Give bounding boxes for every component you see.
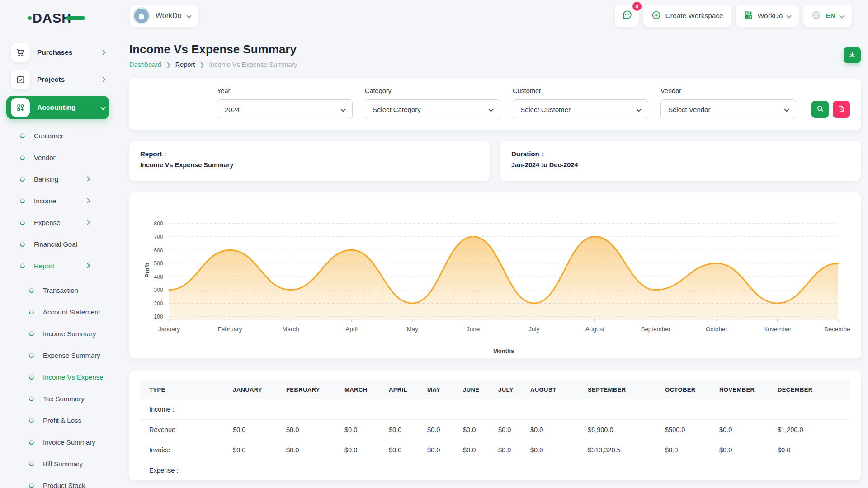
col-type: TYPE xyxy=(140,380,231,399)
chevron-right-icon xyxy=(85,263,90,268)
sidebar-item-bill-summary[interactable]: Bill Summary xyxy=(0,453,116,474)
category-filter: Category Select Category xyxy=(365,87,500,119)
svg-text:Profit: Profit xyxy=(144,262,151,278)
sidebar-item-tax-summary[interactable]: Tax Summary xyxy=(0,388,116,409)
svg-text:200: 200 xyxy=(154,300,163,307)
profit-chart-card: 100200300400500600700800JanuaryFebruaryM… xyxy=(129,192,861,358)
cart-icon xyxy=(11,43,30,62)
customer-select[interactable]: Select Customer xyxy=(513,99,648,119)
profit-area-chart[interactable]: 100200300400500600700800JanuaryFebruaryM… xyxy=(140,197,850,356)
sidebar-item-income-vs-expense[interactable]: Income Vs Expense xyxy=(0,366,116,388)
sidebar-item-profit-loss[interactable]: Profit & Loss xyxy=(0,409,116,431)
svg-text:August: August xyxy=(585,326,604,333)
sidebar-item-financial-goal[interactable]: Financial Goal xyxy=(0,233,116,255)
svg-text:December: December xyxy=(824,326,850,333)
reset-filter-button[interactable] xyxy=(833,101,850,118)
messages-button[interactable]: 0 xyxy=(615,5,639,27)
section-row-income: Income : xyxy=(140,399,850,420)
svg-text:500: 500 xyxy=(154,260,163,267)
sidebar-item-report[interactable]: Report xyxy=(0,255,116,277)
sidebar-item-transaction[interactable]: Transaction xyxy=(0,279,116,301)
download-report-button[interactable] xyxy=(844,47,861,63)
sidebar-item-banking[interactable]: Banking xyxy=(0,168,116,190)
sidebar-item-account-statement[interactable]: Account Statement xyxy=(0,301,116,323)
globe-icon xyxy=(811,10,821,22)
vendor-label: Vendor xyxy=(660,87,796,94)
svg-text:100: 100 xyxy=(154,314,163,320)
bullet-icon xyxy=(19,197,26,204)
sidebar-item-label: Accounting xyxy=(37,103,101,112)
category-select[interactable]: Select Category xyxy=(365,99,500,119)
report-card: Report : Income Vs Expense Summary xyxy=(129,141,490,181)
grid-plus-icon xyxy=(744,10,753,21)
filter-bar: Year 2024 Category Select Category Custo… xyxy=(129,78,861,130)
category-label: Category xyxy=(365,87,500,94)
bullet-icon xyxy=(28,395,35,402)
language-code: EN xyxy=(826,12,835,20)
bullet-icon xyxy=(28,373,35,380)
sidebar-item-vendor[interactable]: Vendor xyxy=(0,146,116,168)
breadcrumb: Dashboard ❯ Report ❯ Income Vs Expense S… xyxy=(129,61,297,68)
bullet-icon xyxy=(19,175,26,183)
sidebar-item-invoice-summary[interactable]: Invoice Summary xyxy=(0,431,116,453)
svg-text:600: 600 xyxy=(154,247,163,253)
vendor-select[interactable]: Select Vendor xyxy=(660,99,796,119)
bullet-icon xyxy=(28,417,35,424)
notification-badge: 0 xyxy=(632,2,642,11)
main-content: Income Vs Expense Summary Dashboard ❯ Re… xyxy=(116,32,868,488)
sidebar-item-expense[interactable]: Expense xyxy=(0,211,116,233)
svg-text:400: 400 xyxy=(154,274,163,280)
col-june: JUNE xyxy=(461,380,496,399)
chevron-right-icon xyxy=(100,50,105,55)
sidebar-item-expense-summary[interactable]: Expense Summary xyxy=(0,344,116,366)
table-row-invoice: Invoice $0.0 $0.0 $0.0 $0.0 $0.0 $0.0 $0… xyxy=(140,440,850,460)
chevron-right-icon xyxy=(85,198,90,203)
bullet-icon xyxy=(28,352,35,359)
sidebar-item-label: Projects xyxy=(37,75,101,84)
sidebar-item-income[interactable]: Income xyxy=(0,190,116,211)
chevron-right-icon xyxy=(85,176,90,181)
duration-card-title: Duration : xyxy=(511,150,850,158)
dash-logo[interactable]: DASH xyxy=(28,10,116,28)
create-workspace-button[interactable]: Create Workspace xyxy=(643,5,731,27)
filter-actions xyxy=(811,101,850,119)
breadcrumb-report[interactable]: Report xyxy=(175,61,195,68)
workdo-menu-button[interactable]: WorkDo xyxy=(736,5,799,27)
customer-filter: Customer Select Customer xyxy=(513,87,648,119)
svg-text:800: 800 xyxy=(154,221,163,227)
sidebar-item-customer[interactable]: Customer xyxy=(0,125,116,146)
bullet-icon xyxy=(28,482,35,488)
sidebar-item-income-summary[interactable]: Income Summary xyxy=(0,323,116,344)
topbar: WorkDo 0 Create Workspace WorkDo xyxy=(116,0,868,32)
year-select[interactable]: 2024 xyxy=(217,99,353,119)
breadcrumb-dashboard[interactable]: Dashboard xyxy=(129,61,161,68)
page-title: Income Vs Expense Summary xyxy=(129,42,297,56)
bullet-icon xyxy=(28,308,35,315)
sidebar-item-accounting[interactable]: Accounting xyxy=(6,96,109,119)
col-march: MARCH xyxy=(343,380,387,399)
section-row-expense: Expense : xyxy=(140,460,850,481)
bullet-icon xyxy=(28,438,35,446)
sidebar-item-purchases[interactable]: Purchases xyxy=(6,42,109,63)
chevron-down-icon xyxy=(488,107,493,112)
accounting-submenu: Customer Vendor Banking Income Expense F… xyxy=(0,125,116,277)
sidebar-item-product-stock[interactable]: Product Stock xyxy=(0,474,116,488)
chevron-down-icon xyxy=(100,105,105,110)
duration-card: Duration : Jan-2024 to Dec-2024 xyxy=(500,141,861,181)
col-january: JANUARY xyxy=(231,380,284,399)
apply-filter-button[interactable] xyxy=(811,101,829,118)
chevron-right-icon xyxy=(100,77,105,82)
svg-text:July: July xyxy=(528,326,539,333)
language-selector[interactable]: EN xyxy=(803,5,852,27)
bullet-icon xyxy=(19,262,26,269)
table-header-row: TYPE JANUARY FEBRUARY MARCH APRIL MAY JU… xyxy=(140,380,850,399)
sidebar-item-label: Purchases xyxy=(37,48,101,56)
bullet-icon xyxy=(28,286,35,294)
page-header: Income Vs Expense Summary Dashboard ❯ Re… xyxy=(129,42,861,68)
workspace-selector[interactable]: WorkDo xyxy=(130,5,198,27)
summary-cards: Report : Income Vs Expense Summary Durat… xyxy=(129,141,861,181)
svg-text:Months: Months xyxy=(493,347,514,354)
search-icon xyxy=(816,105,824,114)
sidebar-item-projects[interactable]: Projects xyxy=(6,69,109,90)
bullet-icon xyxy=(19,132,26,139)
